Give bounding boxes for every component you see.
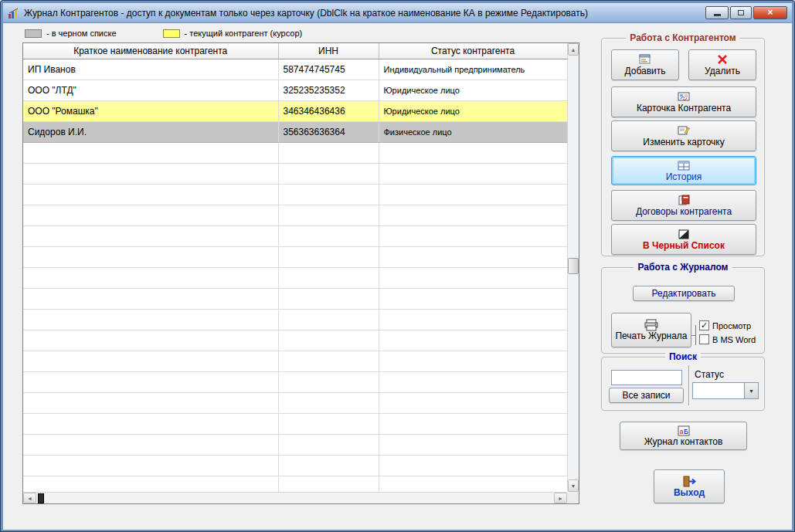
horizontal-scroll-track[interactable] (36, 493, 554, 503)
minimize-button[interactable] (705, 6, 729, 19)
cell-name: ИП Иванов (23, 59, 278, 80)
vertical-scroll-thumb[interactable] (568, 258, 579, 274)
blacklist-color-swatch (25, 29, 42, 38)
msword-checkbox[interactable]: В MS Word (699, 334, 756, 344)
cell-status (379, 164, 567, 185)
cell-status (379, 268, 567, 289)
close-icon: × (767, 8, 773, 17)
blacklist-icon (678, 229, 689, 240)
print-journal-button[interactable]: Печать Журнала (611, 313, 691, 347)
table-row[interactable] (23, 393, 567, 414)
table-row[interactable] (23, 372, 567, 393)
cell-inn (278, 476, 379, 493)
table-row[interactable] (23, 185, 567, 205)
maximize-button[interactable] (730, 6, 752, 19)
cell-name (23, 247, 278, 268)
contractor-card-button-label: Карточка Контрагента (637, 103, 731, 114)
table-row[interactable] (23, 414, 567, 435)
preview-checkbox-box[interactable]: ✓ (699, 320, 709, 330)
table-row[interactable]: ИП Иванов 587474745745 Индивидуальный пр… (23, 59, 567, 80)
table-row[interactable] (23, 247, 567, 268)
cell-status (379, 393, 567, 414)
app-icon (8, 7, 20, 19)
scroll-up-button[interactable]: ▲ (568, 43, 579, 56)
cell-inn (278, 456, 379, 476)
client-area: - в черном списке - текущий контрагент (… (3, 23, 792, 530)
cell-status (379, 247, 567, 268)
msword-checkbox-box[interactable] (699, 334, 709, 344)
table-row[interactable] (23, 456, 567, 476)
table-row[interactable] (23, 226, 567, 247)
contractors-grid: Краткое наименование контрагента ИНН Ста… (22, 42, 579, 504)
chevron-down-icon: ▼ (749, 388, 754, 394)
exit-button[interactable]: Выход (654, 469, 725, 503)
contacts-journal-button[interactable]: a Б Журнал контактов (620, 422, 747, 450)
search-input[interactable] (611, 370, 682, 385)
legend: - в черном списке - текущий контрагент (… (25, 29, 302, 38)
column-header-name[interactable]: Краткое наименование контрагента (23, 43, 278, 59)
blacklist-button-label: В Черный Список (643, 241, 725, 251)
checkbox-tick-line (691, 335, 695, 336)
cell-name (23, 226, 278, 247)
table-row[interactable] (23, 351, 567, 372)
cell-inn: 346346436436 (278, 101, 379, 122)
cell-name: Сидоров И.И. (23, 122, 278, 143)
cell-status: Физическое лицо (379, 122, 567, 143)
all-records-button[interactable]: Все записи (609, 388, 684, 403)
table-row[interactable] (23, 289, 567, 310)
edit-card-button-label: Изменить карточку (643, 137, 724, 147)
status-combobox[interactable]: ▼ (692, 382, 759, 399)
status-combobox-dropdown-button[interactable]: ▼ (744, 383, 758, 398)
table-row[interactable]: ООО "ЛТД" 325235235352 Юридическое лицо (23, 80, 567, 101)
table-row[interactable] (23, 310, 567, 330)
scroll-right-button[interactable]: ► (554, 493, 567, 503)
search-group-title: Поиск (665, 351, 701, 362)
vertical-scroll-track[interactable] (568, 56, 579, 479)
table-row[interactable] (23, 330, 567, 351)
close-button[interactable]: × (753, 6, 787, 19)
cell-inn (278, 372, 379, 393)
edit-card-button[interactable]: Изменить карточку (611, 120, 756, 151)
table-row[interactable] (23, 205, 567, 226)
contracts-button[interactable]: Договоры контрагента (611, 190, 756, 221)
cell-name: ООО "ЛТД" (23, 80, 278, 101)
preview-checkbox[interactable]: ✓ Просмотр (699, 320, 751, 330)
table-row[interactable] (23, 476, 567, 493)
column-header-status[interactable]: Статус контрагента (379, 43, 567, 59)
contractor-card-icon (678, 91, 690, 103)
msword-checkbox-label: В MS Word (712, 335, 756, 344)
horizontal-scrollbar[interactable]: ◄ ► (23, 492, 567, 503)
table-row[interactable] (23, 143, 567, 164)
history-button[interactable]: История (611, 156, 756, 185)
svg-text:Б: Б (684, 427, 688, 435)
contractor-card-button[interactable]: Карточка Контрагента (611, 86, 756, 117)
table-row[interactable] (23, 435, 567, 456)
printer-icon (644, 319, 658, 330)
journal-group-title: Работа с Журналом (634, 262, 732, 273)
add-button-label: Добавить (624, 66, 665, 76)
cell-status (379, 143, 567, 164)
vertical-scrollbar[interactable]: ▲ ▼ (567, 43, 579, 492)
table-row[interactable] (23, 268, 567, 289)
table-row[interactable]: Сидоров И.И. 356363636364 Физическое лиц… (23, 122, 567, 143)
horizontal-scroll-thumb[interactable] (38, 493, 44, 503)
cell-status (379, 372, 567, 393)
journal-group: Работа с Журналом Редактировать Печать Ж… (601, 267, 765, 354)
scroll-down-button[interactable]: ▼ (568, 479, 579, 492)
delete-button[interactable]: Удалить (688, 49, 756, 80)
cell-inn: 325235235352 (278, 80, 379, 101)
scroll-left-button[interactable]: ◄ (23, 493, 36, 503)
contractor-group-title: Работа с Контрагентом (626, 32, 739, 43)
cell-status (379, 205, 567, 226)
window-title: Журнал Контрагентов - доступ к документа… (24, 8, 698, 19)
blacklist-button[interactable]: В Черный Список (611, 224, 756, 255)
table-row[interactable] (23, 164, 567, 185)
edit-journal-button[interactable]: Редактировать (633, 286, 735, 301)
column-header-inn[interactable]: ИНН (278, 43, 379, 59)
cell-status: Индивидуальный предприниматель (379, 59, 567, 80)
table-row[interactable]: ООО "Ромашка" 346346436436 Юридическое л… (23, 101, 567, 122)
add-form-icon (639, 54, 651, 66)
cell-name (23, 185, 278, 205)
add-button[interactable]: Добавить (611, 49, 679, 80)
cell-inn (278, 185, 379, 205)
